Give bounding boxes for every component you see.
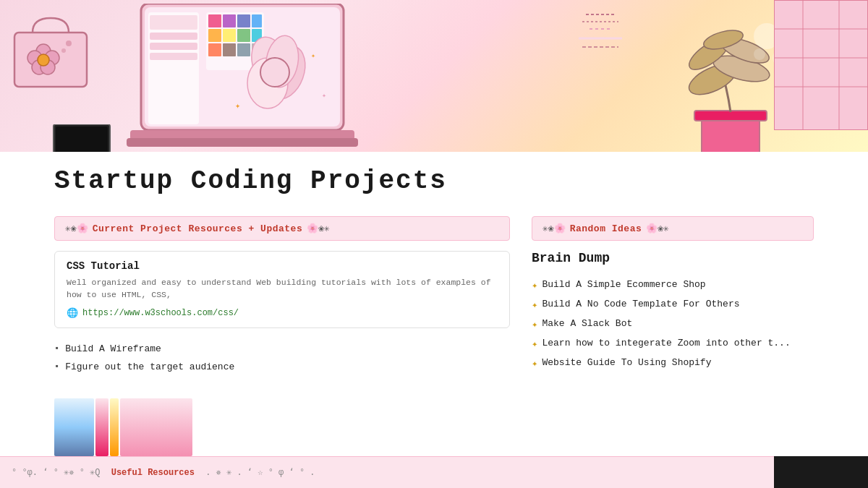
bullet-list: Build A Wireframe Figure out the target … bbox=[54, 340, 510, 376]
main-content: Startup Coding Projects ✳❀🌸 Current Proj… bbox=[0, 152, 868, 376]
resource-card-desc: Well organized and easy to understand We… bbox=[67, 276, 498, 301]
bottom-bar: ° °φ. ʻ ° ✳✵ ° ✳Q Useful Resources . ✵ ✳… bbox=[0, 456, 868, 488]
thumb-strip-4 bbox=[120, 398, 192, 456]
svg-rect-11 bbox=[56, 127, 108, 152]
list-item: Build A Wireframe bbox=[54, 340, 510, 358]
idea-text: Build A Simple Ecommerce Shop bbox=[542, 279, 705, 290]
svg-rect-23 bbox=[223, 14, 236, 27]
idea-item: ✦ Build A Simple Ecommerce Shop bbox=[532, 275, 814, 295]
idea-item: ✦ Website Guide To Using Shopify bbox=[532, 354, 814, 373]
left-header-deco-right: 🌸❀✳ bbox=[307, 223, 330, 234]
svg-point-9 bbox=[61, 48, 66, 53]
list-item-text: Figure out the target audience bbox=[65, 361, 234, 372]
hero-banner: ✦ ✦ ✦ bbox=[0, 0, 868, 152]
svg-rect-60 bbox=[774, 0, 868, 130]
svg-rect-25 bbox=[252, 14, 262, 27]
sparkle-icon: ✦ bbox=[532, 338, 537, 350]
resource-card-title: CSS Tutorial bbox=[67, 260, 498, 272]
bottom-bar-text: ° °φ. ʻ ° ✳✵ ° ✳Q Useful Resources . ✵ ✳… bbox=[12, 467, 315, 478]
idea-text: Website Guide To Using Shopify bbox=[542, 357, 711, 368]
list-item-text: Build A Wireframe bbox=[65, 343, 161, 354]
link-icon: 🌐 bbox=[67, 307, 78, 319]
left-header-deco-left: ✳❀🌸 bbox=[65, 223, 88, 234]
dark-strip bbox=[774, 456, 868, 488]
sparkle-icon: ✦ bbox=[532, 357, 537, 369]
idea-item: ✦ Learn how to integerate Zoom into othe… bbox=[532, 334, 814, 354]
right-header-deco-left: ✳❀🌸 bbox=[542, 223, 566, 234]
brain-dump-title: Brain Dump bbox=[532, 251, 814, 265]
idea-item: ✦ Make A Slack Bot bbox=[532, 314, 814, 334]
svg-rect-19 bbox=[150, 43, 197, 50]
svg-rect-28 bbox=[237, 29, 250, 42]
svg-text:✦: ✦ bbox=[235, 101, 240, 111]
deco-lines bbox=[579, 11, 622, 72]
right-header-title: Random Ideas bbox=[570, 223, 642, 234]
left-section-header: ✳❀🌸 Current Project Resources + Updates … bbox=[54, 216, 510, 241]
useful-resources-label: Useful Resources bbox=[111, 468, 195, 478]
svg-point-38 bbox=[260, 58, 289, 87]
svg-rect-43 bbox=[127, 138, 358, 147]
svg-rect-32 bbox=[237, 43, 250, 56]
list-item: Figure out the target audience bbox=[54, 358, 510, 376]
svg-rect-31 bbox=[223, 43, 236, 56]
svg-point-7 bbox=[38, 54, 49, 66]
svg-rect-18 bbox=[150, 33, 197, 40]
page-title: Startup Coding Projects bbox=[54, 166, 814, 196]
bottom-deco-1: ° °φ. ʻ ° ✳✵ ° ✳Q bbox=[12, 467, 101, 478]
thumb-strip-2 bbox=[95, 398, 109, 456]
svg-rect-20 bbox=[150, 53, 197, 60]
thumb-strip-1 bbox=[54, 398, 94, 456]
thumb-strip-3 bbox=[110, 398, 119, 456]
svg-rect-17 bbox=[150, 15, 197, 30]
idea-text: Learn how to integerate Zoom into other … bbox=[542, 338, 790, 348]
link-url: https://www.w3schools.com/css/ bbox=[82, 308, 239, 318]
svg-rect-22 bbox=[208, 14, 221, 27]
sparkle-icon: ✦ bbox=[532, 299, 537, 311]
idea-list: ✦ Build A Simple Ecommerce Shop ✦ Build … bbox=[532, 275, 814, 373]
svg-text:✦: ✦ bbox=[322, 92, 326, 100]
laptop-main-illustration: ✦ ✦ ✦ bbox=[127, 4, 358, 152]
idea-text: Build A No Code Template For Others bbox=[542, 299, 739, 309]
right-section-header: ✳❀🌸 Random Ideas 🌸❀✳ bbox=[532, 216, 814, 241]
right-box-illustration bbox=[774, 0, 868, 130]
bag-illustration bbox=[7, 11, 94, 90]
right-column: ✳❀🌸 Random Ideas 🌸❀✳ Brain Dump ✦ Build … bbox=[532, 216, 814, 376]
resource-card-link[interactable]: 🌐 https://www.w3schools.com/css/ bbox=[67, 307, 498, 319]
sparkle-icon: ✦ bbox=[532, 279, 537, 291]
svg-rect-27 bbox=[223, 29, 236, 42]
thumbnail-strips bbox=[54, 398, 192, 456]
svg-rect-26 bbox=[208, 29, 221, 42]
svg-rect-50 bbox=[694, 111, 767, 121]
idea-text: Make A Slack Bot bbox=[542, 318, 632, 329]
laptop-small-icon bbox=[49, 124, 114, 152]
left-header-title: Current Project Resources + Updates bbox=[93, 223, 303, 234]
svg-rect-30 bbox=[208, 43, 221, 56]
svg-point-58 bbox=[754, 48, 765, 60]
svg-text:✦: ✦ bbox=[311, 52, 315, 60]
sparkle-icon: ✦ bbox=[532, 318, 537, 330]
columns-layout: ✳❀🌸 Current Project Resources + Updates … bbox=[54, 216, 814, 376]
resource-card: CSS Tutorial Well organized and easy to … bbox=[54, 251, 510, 328]
idea-item: ✦ Build A No Code Template For Others bbox=[532, 295, 814, 314]
svg-rect-24 bbox=[237, 14, 250, 27]
left-column: ✳❀🌸 Current Project Resources + Updates … bbox=[54, 216, 510, 376]
svg-point-8 bbox=[66, 40, 72, 46]
bottom-deco-2: . ✵ ✳ . ʻ ☆ ° φ ʻ ° . bbox=[205, 467, 315, 478]
right-header-deco-right: 🌸❀✳ bbox=[646, 223, 669, 234]
